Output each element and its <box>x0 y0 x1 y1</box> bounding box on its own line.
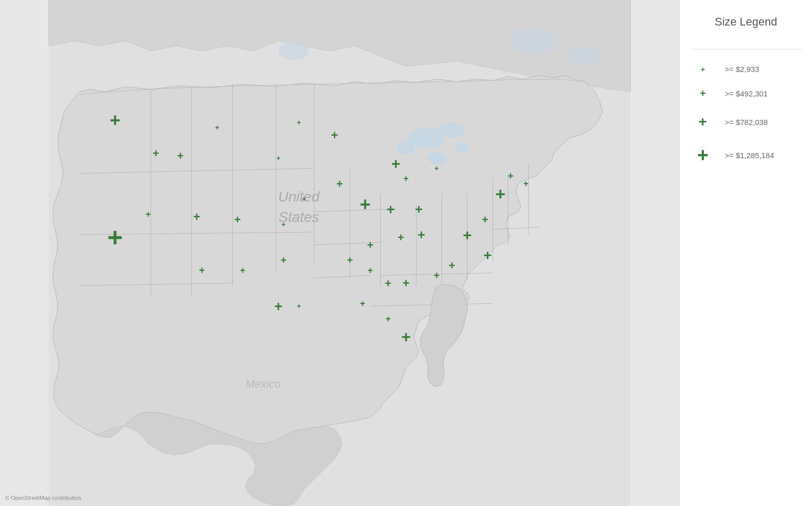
legend-label-0: >= $2,933 <box>725 65 759 73</box>
cross-marker-18: + <box>415 201 423 217</box>
cross-marker-4: + <box>193 210 200 223</box>
svg-point-4 <box>455 143 470 153</box>
cross-marker-23: + <box>367 265 373 275</box>
cross-marker-22: + <box>347 255 353 266</box>
cross-marker-42: + <box>385 314 391 324</box>
cross-marker-11: + <box>276 154 280 162</box>
cross-marker-3: + <box>145 209 151 219</box>
cross-marker-8: + <box>240 265 245 275</box>
svg-point-7 <box>511 28 557 54</box>
legend-cross-3: + <box>690 144 716 166</box>
cross-marker-29: + <box>402 276 409 290</box>
legend-label-3: >= $1,285,184 <box>725 151 774 160</box>
svg-point-2 <box>439 122 465 138</box>
cross-marker-33: + <box>482 213 488 226</box>
legend-item-3: +>= $1,285,184 <box>690 144 802 166</box>
legend-divider <box>690 49 802 49</box>
cross-marker-25: + <box>274 298 282 314</box>
cross-marker-28: + <box>385 277 391 290</box>
cross-marker-32: + <box>463 226 472 243</box>
attribution: © OpenStreetMap contributors <box>5 495 81 501</box>
us-label: United <box>278 189 320 205</box>
map-container: United States Mexico +++++++++++++++++++… <box>0 0 679 506</box>
cross-marker-1: + <box>153 147 159 160</box>
cross-marker-13: + <box>281 220 285 229</box>
legend-item-1: +>= $492,301 <box>690 88 802 99</box>
cross-marker-31: + <box>449 259 455 272</box>
cross-marker-7: + <box>199 265 205 276</box>
cross-marker-20: + <box>398 231 404 244</box>
cross-marker-37: + <box>483 247 491 263</box>
cross-marker-6: + <box>107 222 122 252</box>
legend-cross-0: + <box>690 65 716 73</box>
legend-items: +>= $2,933+>= $492,301+>= $782,038+>= $1… <box>690 65 802 181</box>
legend-label-2: >= $782,038 <box>725 118 768 127</box>
cross-marker-9: + <box>215 123 219 132</box>
cross-marker-34: + <box>496 184 506 204</box>
cross-marker-17: + <box>386 201 395 217</box>
svg-point-6 <box>279 42 309 60</box>
legend-cross-1: + <box>690 88 716 99</box>
cross-marker-38: + <box>391 155 401 172</box>
legend-item-0: +>= $2,933 <box>690 65 802 73</box>
cross-marker-36: + <box>523 179 529 189</box>
legend-label-1: >= $492,301 <box>725 89 768 98</box>
cross-marker-10: + <box>297 118 301 127</box>
svg-point-5 <box>397 142 415 154</box>
cross-marker-19: + <box>367 239 374 251</box>
cross-marker-16: + <box>360 194 371 215</box>
legend-title: Size Legend <box>690 15 802 29</box>
cross-marker-35: + <box>508 170 514 182</box>
cross-marker-12: + <box>302 195 306 203</box>
cross-marker-30: + <box>434 270 440 281</box>
cross-marker-24: + <box>281 255 287 266</box>
mexico-label: Mexico <box>245 377 281 390</box>
cross-marker-0: + <box>110 110 120 131</box>
cross-marker-5: + <box>234 213 241 226</box>
cross-marker-39: + <box>403 173 409 184</box>
cross-marker-27: + <box>360 298 365 309</box>
cross-marker-41: + <box>401 327 411 346</box>
svg-point-8 <box>570 47 600 65</box>
legend-panel: Size Legend +>= $2,933+>= $492,301+>= $7… <box>679 0 812 506</box>
legend-item-2: +>= $782,038 <box>690 114 802 130</box>
cross-marker-26: + <box>297 302 301 310</box>
cross-marker-40: + <box>434 164 438 172</box>
svg-point-3 <box>427 152 447 164</box>
cross-marker-2: + <box>177 149 184 162</box>
cross-marker-15: + <box>336 178 343 190</box>
legend-cross-2: + <box>690 114 716 130</box>
cross-marker-21: + <box>417 227 425 242</box>
cross-marker-14: + <box>331 128 338 142</box>
